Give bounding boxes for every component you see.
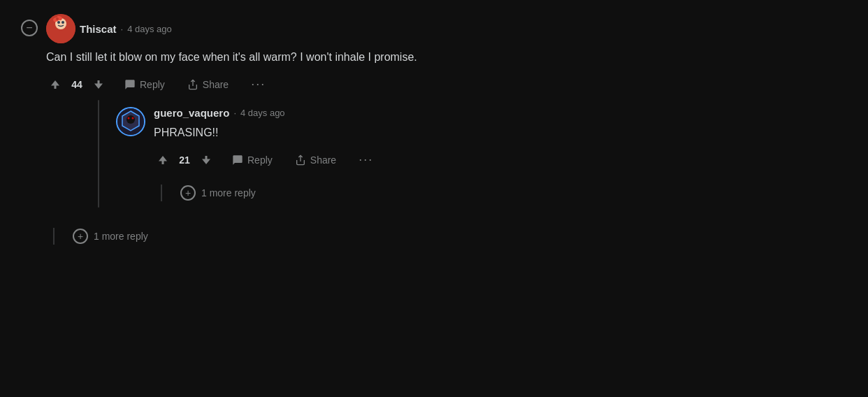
more-replies-line-main: [53, 228, 55, 245]
reply-label-guero: Reply: [247, 154, 273, 166]
downvote-button-guero[interactable]: [197, 151, 215, 169]
username-thiscat: Thiscat: [80, 23, 117, 35]
reply-button-guero[interactable]: Reply: [226, 152, 278, 168]
upvote-icon-guero: [157, 154, 169, 166]
svg-point-2: [57, 21, 60, 24]
share-label-thiscat: Share: [203, 79, 229, 90]
avatar-guero: [116, 107, 145, 136]
svg-point-11: [132, 117, 134, 120]
top-comment-row: −: [21, 14, 847, 251]
share-label-guero: Share: [310, 154, 336, 166]
reply-icon-guero: [232, 154, 243, 166]
share-button-thiscat[interactable]: Share: [182, 76, 234, 93]
svg-point-9: [126, 115, 135, 124]
main-more-replies: + 1 more reply: [46, 217, 847, 251]
reply-icon-thiscat: [124, 79, 136, 90]
comment-text-guero: PHRASING!!: [154, 124, 847, 141]
reply-comment-row: guero_vaquero · 4 days ago PHRASING!!: [116, 107, 847, 208]
dot-separator-2: ·: [233, 108, 236, 118]
more-replies-label-nested: 1 more reply: [201, 187, 256, 198]
vote-section-thiscat: 44: [46, 75, 108, 94]
svg-point-3: [62, 21, 64, 24]
share-button-guero[interactable]: Share: [289, 152, 342, 168]
ellipsis-icon-guero: ···: [359, 152, 373, 167]
share-icon-guero: [295, 154, 306, 166]
comment-header-thiscat: Thiscat · 4 days ago: [46, 14, 847, 43]
avatar-image-guero: [117, 108, 144, 135]
comment-thread: −: [21, 14, 847, 251]
svg-point-10: [128, 117, 130, 120]
timestamp-thiscat: 4 days ago: [127, 24, 172, 34]
expand-circle-nested: +: [180, 185, 196, 201]
ellipsis-icon-thiscat: ···: [251, 77, 266, 92]
vote-count-guero: 21: [178, 154, 191, 166]
svg-point-6: [56, 17, 59, 20]
comment-actions-guero: 21: [154, 150, 847, 170]
more-replies-label-main: 1 more reply: [94, 231, 148, 242]
expand-circle-main: +: [73, 229, 88, 244]
left-collapse-area: −: [21, 20, 38, 36]
vote-section-guero: 21: [154, 151, 215, 169]
vote-count-thiscat: 44: [70, 79, 84, 90]
nested-content: guero_vaquero · 4 days ago PHRASING!!: [108, 100, 847, 208]
downvote-icon-guero: [200, 154, 212, 166]
more-replies-line-nested: [161, 185, 162, 201]
collapse-button[interactable]: −: [21, 20, 38, 36]
nested-comment-wrapper: guero_vaquero · 4 days ago PHRASING!!: [84, 100, 847, 208]
more-options-button-thiscat[interactable]: ···: [245, 74, 271, 94]
dot-separator-1: ·: [121, 24, 124, 34]
downvote-icon-thiscat: [92, 78, 105, 91]
upvote-button-thiscat[interactable]: [46, 75, 64, 94]
more-options-button-guero[interactable]: ···: [353, 150, 379, 170]
more-replies-nested: + 1 more reply: [154, 175, 847, 208]
upvote-button-guero[interactable]: [154, 151, 172, 169]
comment-header-guero: guero_vaquero · 4 days ago: [154, 107, 847, 119]
comment-body-guero: guero_vaquero · 4 days ago PHRASING!!: [154, 107, 847, 208]
comment-body-thiscat: Thiscat · 4 days ago Can I still let it …: [46, 14, 847, 251]
minus-icon: −: [26, 22, 32, 34]
reply-label-thiscat: Reply: [140, 79, 165, 90]
downvote-button-thiscat[interactable]: [89, 75, 108, 94]
timestamp-guero: 4 days ago: [240, 108, 285, 118]
nested-thread-line: [98, 100, 99, 208]
reply-button-thiscat[interactable]: Reply: [119, 76, 171, 93]
more-replies-button-main[interactable]: + 1 more reply: [67, 224, 154, 248]
username-guero: guero_vaquero: [154, 107, 229, 119]
share-icon-thiscat: [187, 79, 198, 90]
comment-actions-thiscat: 44 Reply: [46, 74, 847, 94]
avatar-image-thiscat: [46, 14, 75, 43]
more-replies-button-nested[interactable]: + 1 more reply: [175, 181, 261, 205]
upvote-icon-thiscat: [49, 78, 62, 91]
comment-text-thiscat: Can I still let it blow on my face when …: [46, 49, 847, 66]
avatar-thiscat: [46, 14, 75, 43]
